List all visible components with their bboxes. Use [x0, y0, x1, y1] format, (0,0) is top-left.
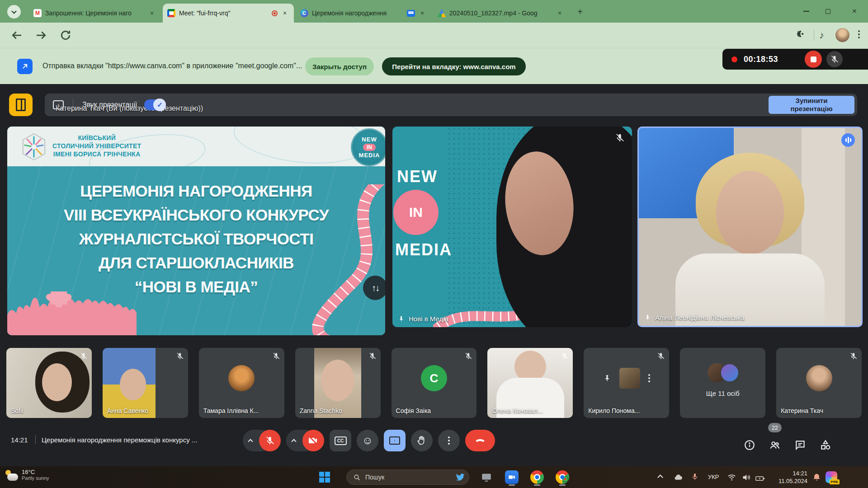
activities-panel-icon[interactable] [820, 439, 831, 451]
mic-off-icon [615, 133, 625, 143]
tile-menu-icon[interactable] [648, 374, 650, 382]
tab-title: 20240510_182327.mp4 - Goog [449, 9, 552, 17]
university-name: КИЇВСЬКИЙ СТОЛИЧНИЙ УНІВЕРСИТЕТ ІМЕНІ БО… [52, 134, 141, 158]
taskbar-apps [477, 468, 571, 486]
people-icon [769, 439, 781, 451]
participant-tile[interactable]: Олена Коновал... [487, 348, 573, 418]
volume-icon[interactable] [741, 473, 751, 482]
recording-indicator-icon [272, 10, 278, 16]
recorder-mic-muted-icon[interactable] [826, 51, 843, 67]
tab-strip: M Запрошення: Церемонія наго × Meet: "fu… [0, 0, 868, 23]
tab-gmail[interactable]: M Запрошення: Церемонія наго × [29, 4, 161, 23]
pin-icon [644, 314, 651, 321]
people-panel-button[interactable]: 22 [769, 439, 781, 451]
notification-bell-icon[interactable] [812, 473, 821, 482]
pin-icon [398, 315, 405, 322]
slide-header-band: КИЇВСЬКИЙ СТОЛИЧНИЙ УНІВЕРСИТЕТ ІМЕНІ БО… [7, 127, 385, 166]
tab-title: Meet: "fui-frrq-vrq" [179, 9, 268, 17]
mic-mute-button[interactable] [259, 430, 281, 451]
battery-icon[interactable] [755, 473, 765, 483]
reload-button[interactable] [59, 28, 72, 42]
cast-share-icon [17, 59, 33, 74]
stop-sharing-button[interactable]: Закрыть доступ [305, 57, 374, 75]
forward-button[interactable] [34, 28, 48, 42]
reactions-button[interactable]: ☺ [357, 430, 378, 451]
tab-title: Церемонія нагородження [312, 9, 403, 17]
wifi-icon[interactable] [727, 473, 736, 482]
infobar-message: Отправка вкладки "https://www.canva.com"… [42, 62, 302, 70]
chat-panel-icon[interactable] [794, 439, 806, 451]
video-tile-alina-speaking[interactable]: Аліна Леонідівна Лісневська [637, 127, 863, 327]
participant-tile[interactable]: Sofii [6, 348, 92, 418]
info-panel-icon[interactable] [744, 439, 755, 451]
tray-clock[interactable]: 14:21 11.05.2024 [768, 469, 807, 485]
tab-search-button[interactable] [7, 5, 21, 19]
mic-off-icon [464, 352, 472, 360]
participant-tile[interactable]: С Софія Заіка [392, 348, 477, 418]
participant-tile[interactable]: Тамара Іллівна К... [199, 348, 284, 418]
chrome-icon[interactable] [528, 468, 546, 486]
browser-menu-icon[interactable] [858, 30, 860, 38]
tab-meet-active[interactable]: Meet: "fui-frrq-vrq" × [163, 4, 294, 23]
stop-recording-button[interactable] [805, 51, 822, 68]
profile-avatar[interactable] [835, 28, 849, 42]
goto-tab-button[interactable]: Перейти на вкладку: www.canva.com [382, 57, 526, 75]
meeting-title: Церемонія нагородження переможців конкур… [42, 436, 197, 444]
participant-overflow-tile[interactable]: Ще 11 осіб [680, 348, 765, 418]
start-button[interactable] [319, 472, 330, 483]
raise-hand-button[interactable] [411, 430, 433, 451]
extension-door-button[interactable] [9, 94, 33, 116]
screen: M Запрошення: Церемонія наго × Meet: "fu… [0, 0, 868, 488]
extensions-icon[interactable] [795, 29, 806, 40]
media-controls-icon[interactable]: ♪ [819, 29, 824, 41]
onedrive-cloud-icon[interactable] [674, 473, 683, 482]
participant-tile[interactable]: Zanna Stachko [295, 348, 381, 418]
avatar [619, 368, 640, 389]
toolbar-divider [814, 30, 814, 41]
pin-icon[interactable] [603, 374, 611, 382]
video-tile-novi-v-media[interactable]: NEW IN MEDIA Нові в Медіа [392, 127, 632, 327]
window-minimize-button[interactable] [796, 0, 816, 23]
crowd-trophy-graphic [7, 288, 156, 335]
meeting-clock: 14:21 [11, 436, 28, 444]
tab-drive-video[interactable]: 20240510_182327.mp4 - Goog × [433, 4, 569, 23]
presentation-slide[interactable]: КИЇВСЬКИЙ СТОЛИЧНИЙ УНІВЕРСИТЕТ ІМЕНІ БО… [7, 127, 385, 335]
captions-button[interactable]: CC [330, 430, 351, 451]
tray-time: 14:21 [768, 469, 807, 477]
copilot-icon[interactable]: PRE [826, 471, 837, 483]
tray-expand-chevron[interactable] [657, 474, 663, 480]
mic-in-use-icon[interactable] [691, 473, 699, 481]
mic-off-icon [657, 352, 665, 360]
window-restore-button[interactable] [817, 0, 838, 23]
participant-tile[interactable]: Кирило Понома... [584, 348, 669, 418]
presentation-banner: ↑ Катерина Ткач (Ви (показуєте презентац… [45, 94, 857, 116]
chrome-recording-icon[interactable] [553, 468, 571, 486]
expand-presentation-button[interactable]: ↑↓ [363, 276, 385, 300]
cc-icon: CC [335, 436, 347, 445]
end-call-button[interactable] [465, 430, 495, 451]
participant-tile[interactable]: Анна Савенко [103, 348, 188, 418]
camera-off-button[interactable] [302, 430, 324, 451]
new-tab-button[interactable]: + [574, 6, 586, 18]
presentation-sound-toggle[interactable]: ✓ [144, 99, 165, 110]
back-button[interactable] [10, 28, 24, 42]
participant-tile[interactable]: Катерина Ткач [776, 348, 862, 418]
present-button-active[interactable]: ↑ [384, 430, 406, 451]
tab-canva-shared[interactable]: C Церемонія нагородження × [296, 4, 431, 23]
close-icon[interactable]: × [418, 9, 427, 18]
participant-count-badge: 22 [768, 423, 782, 432]
language-indicator[interactable]: УКР [708, 474, 719, 480]
app-window-icon[interactable] [477, 468, 495, 486]
weather-widget[interactable]: 16°CPartly sunny [5, 469, 49, 481]
close-icon[interactable]: × [147, 9, 156, 18]
more-options-button[interactable] [438, 430, 460, 451]
close-icon[interactable]: × [555, 9, 564, 18]
close-icon[interactable]: × [280, 9, 289, 18]
tile-art-in: IN [393, 190, 439, 235]
chevron-down-icon [11, 9, 16, 14]
taskbar-search[interactable]: Пошук [346, 469, 469, 485]
canva-icon: C [300, 9, 308, 17]
video-app-icon[interactable] [503, 468, 521, 486]
mic-off-icon [849, 352, 858, 360]
window-close-button[interactable]: × [841, 0, 868, 23]
